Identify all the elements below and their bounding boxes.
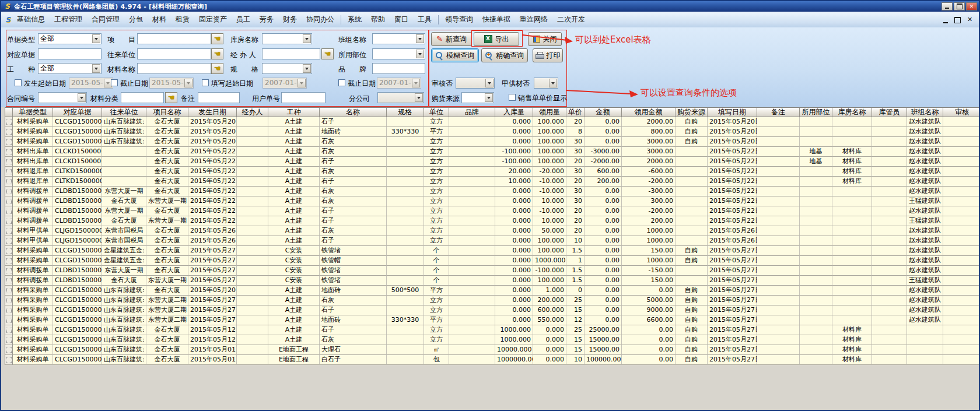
menu-item-15[interactable]: 工具 <box>413 12 436 27</box>
table-row[interactable]: 材料采购单CLCGD150000001山东百脉建筑:金石大厦2015年05月20… <box>5 137 980 147</box>
restore-button[interactable] <box>954 2 965 10</box>
purchase-source-combo[interactable] <box>461 92 494 103</box>
menu-item-5[interactable]: 材料 <box>148 12 171 27</box>
menu-item-10[interactable]: 财务 <box>278 12 302 27</box>
table-header-cell[interactable]: 单位 <box>424 108 449 117</box>
material-lookup-button[interactable]: ☚ <box>211 63 223 74</box>
sale-price-display-checkbox[interactable] <box>509 94 516 101</box>
chevron-down-icon[interactable] <box>92 64 100 73</box>
occur-start-date-combo[interactable]: 2015-05-28 <box>69 78 113 89</box>
material-class-lookup-button[interactable]: ☚ <box>165 92 177 103</box>
row-selector-cell[interactable] <box>5 296 13 305</box>
partner-input[interactable] <box>137 48 211 59</box>
table-header-cell[interactable]: 经办人 <box>237 108 268 117</box>
chevron-down-icon[interactable] <box>303 34 311 43</box>
row-selector-cell[interactable] <box>5 177 13 187</box>
table-row[interactable]: 材料调拨单CLDBD150000001东营大厦一期金石大厦2015年05月22日… <box>5 206 980 216</box>
chevron-down-icon[interactable] <box>485 93 493 102</box>
table-row[interactable]: 材料采购单CLCGD150000004山东百脉建筑:金石大厦2015年05月12… <box>5 325 980 335</box>
table-row[interactable]: 材料调拨单CLDBD150000002金石大厦东营大厦一期2015年05月27日… <box>5 276 980 286</box>
project-input[interactable] <box>137 33 211 44</box>
table-header-cell[interactable]: 所用部位 <box>800 108 832 117</box>
menu-item-12[interactable]: 系统 <box>343 12 366 27</box>
fill-start-checkbox[interactable] <box>202 79 209 86</box>
row-selector-cell[interactable] <box>5 137 13 147</box>
table-header-cell[interactable]: 品牌 <box>449 108 495 117</box>
table-header-cell[interactable]: 库房名称 <box>832 108 872 117</box>
occur-end-date-combo[interactable]: 2015-05-28 <box>149 78 194 89</box>
table-header-cell[interactable]: 领用金额 <box>622 108 676 117</box>
ref-bill-input[interactable] <box>38 48 102 59</box>
minimize-button[interactable] <box>942 2 953 10</box>
table-row[interactable]: 材料甲供单CLJGD150000001东营市国税局金石大厦2015年05月26日… <box>5 236 980 246</box>
table-row[interactable]: 材料退库单CLTKD150000001金石大厦2015年05月22日A土建石灰立… <box>5 167 980 177</box>
table-header-cell[interactable]: 往来单位 <box>102 108 146 117</box>
row-selector-cell[interactable] <box>5 236 13 246</box>
table-row[interactable]: 材料采购单CLCGD150000001山东百脉建筑:金石大厦2015年05月20… <box>5 127 980 137</box>
exact-query-button[interactable]: +精确查询 <box>481 48 528 62</box>
row-selector-cell[interactable] <box>5 345 13 355</box>
row-selector-cell[interactable] <box>5 256 13 266</box>
brand-input[interactable] <box>372 63 425 74</box>
close-window-button[interactable]: 关闭 <box>528 32 562 46</box>
row-selector-cell[interactable] <box>5 147 13 157</box>
owner-supplied-combo[interactable] <box>534 78 558 89</box>
export-button[interactable]: 导出 <box>474 32 519 46</box>
user-bill-no-input[interactable] <box>281 92 326 103</box>
table-row[interactable]: 材料采购单CLCGD150000005山东百脉建筑:金石大厦2015年05月01… <box>5 355 980 365</box>
chevron-down-icon[interactable] <box>549 79 557 87</box>
branch-combo[interactable] <box>377 92 424 103</box>
agent-input[interactable] <box>262 48 320 59</box>
table-header-cell[interactable]: 单据类型 <box>13 108 53 117</box>
agent-lookup-button[interactable]: ☚ <box>321 48 334 59</box>
table-header-cell[interactable]: 单价 <box>566 108 584 117</box>
table-header-cell[interactable]: 审核 <box>943 108 980 117</box>
table-row[interactable]: 材料采购单CLCGD150000001山东百脉建筑:金石大厦2015年05月20… <box>5 117 980 127</box>
chevron-down-icon[interactable] <box>92 34 100 43</box>
menu-item-7[interactable]: 固定资产 <box>194 12 232 27</box>
menu-item-17[interactable]: 快捷单据 <box>478 12 515 27</box>
mdi-restore-icon[interactable] <box>953 16 962 23</box>
table-row[interactable]: 材料采购单CLCGD150000005山东百脉建筑:金石大厦2015年05月01… <box>5 345 980 355</box>
menu-item-6[interactable]: 租赁 <box>171 12 194 27</box>
table-header-cell[interactable]: 对应单据 <box>53 108 102 117</box>
menu-item-19[interactable]: 二次开发 <box>552 12 590 27</box>
table-row[interactable]: 材料调拨单CLDBD150000001金石大厦东营大厦一期2015年05月22日… <box>5 196 980 206</box>
row-selector-cell[interactable] <box>5 226 13 236</box>
fill-end-checkbox[interactable] <box>338 79 345 86</box>
table-row[interactable]: 材料调拨单CLDBD150000001金石大厦东营大厦一期2015年05月22日… <box>5 216 980 226</box>
menu-item-1[interactable]: 基础信息 <box>12 12 50 27</box>
chevron-down-icon[interactable] <box>416 34 424 43</box>
table-row[interactable]: 材料出库单CLCKD150000001金石大厦2015年05月22日A土建石子立… <box>5 157 980 167</box>
audited-combo[interactable] <box>456 78 495 89</box>
bill-type-combo[interactable]: 全部 <box>38 33 102 44</box>
table-row[interactable]: 材料采购单CLCGD150000003山东百脉建筑:东营大厦二期2015年05月… <box>5 315 980 325</box>
table-header-cell[interactable]: 库管员 <box>872 108 907 117</box>
row-selector-cell[interactable] <box>5 127 13 137</box>
row-selector-cell[interactable] <box>5 325 13 335</box>
work-type-combo[interactable]: 全部 <box>38 63 102 74</box>
table-row[interactable]: 材料采购单CLCGD150000004山东百脉建筑:金石大厦2015年05月12… <box>5 335 980 345</box>
table-row[interactable]: 材料甲供单CLJGD150000001东营市国税局金石大厦2015年05月26日… <box>5 226 980 236</box>
table-header-cell[interactable]: 项目名称 <box>146 108 188 117</box>
close-button[interactable]: ✕ <box>966 2 977 10</box>
row-selector-cell[interactable] <box>5 206 13 216</box>
menu-item-9[interactable]: 劳务 <box>255 12 278 27</box>
position-combo[interactable] <box>372 48 425 59</box>
table-header-cell[interactable]: 工种 <box>268 108 320 117</box>
occur-start-checkbox[interactable] <box>15 79 22 86</box>
table-row[interactable]: 材料采购单CLCGD150000002金星建筑五金:金石大厦2015年05月27… <box>5 256 980 266</box>
row-selector-cell[interactable] <box>5 246 13 256</box>
fill-end-date-combo[interactable]: 2007-01-31 <box>377 78 421 89</box>
contract-no-combo[interactable] <box>38 92 87 103</box>
row-selector-cell[interactable] <box>5 335 13 345</box>
table-row[interactable]: 材料采购单CLCGD150000002金星建筑五金:金石大厦2015年05月27… <box>5 246 980 256</box>
table-row[interactable]: 材料采购单CLCGD150000003山东百脉建筑:东营大厦二期2015年05月… <box>5 305 980 315</box>
table-header-cell[interactable]: 规格 <box>387 108 424 117</box>
table-row[interactable]: 材料出库单CLCKD150000001金石大厦2015年05月22日A土建石灰立… <box>5 147 980 157</box>
table-row[interactable]: 材料采购单CLCGD150000001山东百脉建筑:金石大厦2015年05月20… <box>5 286 980 296</box>
table-row[interactable]: 材料采购单CLCGD150000003山东百脉建筑:东营大厦二期2015年05月… <box>5 296 980 305</box>
row-selector-cell[interactable] <box>5 305 13 315</box>
table-header-cell[interactable]: 金额 <box>584 108 622 117</box>
row-selector-cell[interactable] <box>5 355 13 365</box>
